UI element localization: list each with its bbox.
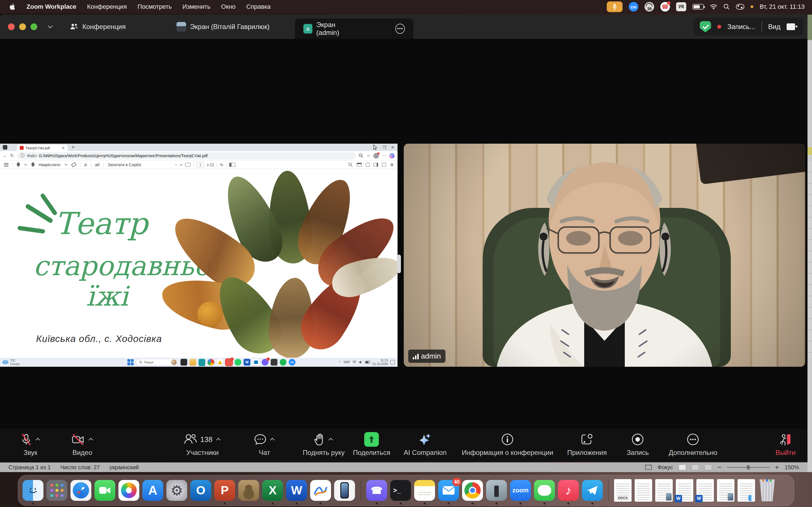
tab-conference[interactable]: Конференция [61, 15, 134, 39]
taskbar-spotify-icon[interactable] [280, 359, 287, 365]
tray-wifi-icon[interactable] [352, 360, 357, 364]
page-view-icon[interactable] [229, 163, 236, 167]
tab-screen-admin[interactable]: a Экран (admin) ••• [295, 18, 413, 39]
menu-view[interactable]: Посмотреть [138, 3, 172, 10]
tray-language[interactable]: УКР [343, 360, 350, 364]
view-layout-icon[interactable] [786, 23, 795, 30]
taskbar-calculator-icon[interactable] [271, 359, 277, 365]
dock-recent-document[interactable]: W [676, 479, 693, 502]
browser-more-icon[interactable]: ⋯ [382, 153, 386, 158]
tab-actions-icon[interactable] [3, 145, 7, 150]
tab-options-icon[interactable]: ••• [395, 24, 405, 34]
dock-freeform[interactable] [310, 480, 331, 501]
zoom-out-icon[interactable]: − [175, 163, 177, 167]
taskbar-drive-icon[interactable] [216, 359, 223, 365]
chat-chevron[interactable] [270, 438, 275, 441]
dock-viber[interactable]: ☎ [366, 480, 387, 501]
taskbar-explorer-icon[interactable] [190, 359, 196, 365]
dock-mail[interactable]: 40 [438, 480, 459, 501]
keyboard-layout-indicator[interactable]: УК [676, 2, 686, 11]
dock-notes[interactable] [414, 480, 435, 501]
taskbar-word-icon[interactable]: W [244, 359, 250, 365]
dock-iphone-mirroring[interactable] [334, 480, 355, 501]
pdf-settings-icon[interactable]: ⚙ [390, 163, 394, 167]
fit-width-icon[interactable] [185, 163, 191, 167]
word-zoom-in[interactable]: + [775, 463, 779, 471]
draw-label[interactable]: Накреслити [39, 163, 60, 167]
word-zoom-slider[interactable] [727, 467, 769, 468]
taskbar-zoom-icon[interactable]: zm [289, 359, 296, 365]
video-options-chevron[interactable] [88, 438, 93, 441]
word-language[interactable]: украинский [109, 464, 139, 471]
record-button[interactable]: Запись [627, 431, 649, 457]
panel-resize-handle[interactable] [397, 255, 401, 273]
toc-icon[interactable] [4, 163, 8, 166]
zoom-in-icon[interactable]: + [180, 163, 182, 167]
zoom-page-icon[interactable] [359, 153, 364, 158]
tray-notifications-icon[interactable] [390, 360, 395, 364]
tray-chevron-icon[interactable]: ⌃ [339, 360, 341, 364]
taskbar-board-icon[interactable] [253, 359, 259, 365]
control-center-icon[interactable] [736, 4, 744, 10]
dock-safari[interactable] [70, 480, 91, 501]
word-view-readmode-icon[interactable] [679, 464, 686, 470]
copilot-icon[interactable] [389, 153, 395, 159]
dock-chrome[interactable] [462, 480, 483, 501]
word-zoom-out[interactable]: − [718, 463, 721, 471]
battery-icon[interactable] [693, 4, 704, 10]
save-icon[interactable] [366, 163, 370, 167]
menubar-clock[interactable]: Вт, 21 окт. 11:13 [760, 3, 805, 10]
dock-music[interactable]: ♪ [558, 480, 579, 501]
highlighter-icon[interactable] [17, 163, 20, 167]
camera-app-icon[interactable]: 38 [645, 2, 654, 11]
draw-dropdown-icon[interactable] [64, 164, 68, 166]
dock-recent-document[interactable]: W [696, 479, 714, 502]
word-view-print-icon[interactable] [692, 464, 699, 470]
meeting-info-button[interactable]: Информация о конференции [462, 431, 553, 457]
apps-button[interactable]: Приложения [567, 431, 607, 457]
zoom-menubar-icon[interactable]: zm [629, 2, 638, 11]
audio-options-chevron[interactable] [35, 438, 40, 441]
taskbar-search[interactable]: Пошук [136, 359, 178, 365]
dock-launchpad[interactable] [47, 480, 67, 501]
dock-outlook[interactable]: O [190, 480, 211, 501]
windows-start-button[interactable] [128, 359, 134, 365]
dock-excel[interactable]: X [262, 480, 283, 501]
tab-screen-vitaliy[interactable]: Экран (Віталій Гаврилюк) [168, 15, 278, 39]
word-wordcount[interactable]: Число слов: 27 [60, 464, 100, 471]
page-info-icon[interactable]: ⓘ [20, 153, 24, 159]
dock-telegram[interactable] [582, 480, 603, 501]
apple-icon[interactable] [10, 3, 16, 10]
dock-recent-document[interactable] [738, 479, 755, 502]
dock-appstore[interactable]: A [142, 480, 163, 501]
dock-settings[interactable]: ⚙ [166, 480, 187, 501]
ai-companion-button[interactable]: AI Companion [404, 431, 447, 457]
print-icon[interactable] [357, 163, 362, 167]
new-tab-button[interactable]: + [71, 145, 75, 151]
menu-help[interactable]: Справка [246, 3, 270, 10]
dock-recent-document[interactable] [635, 479, 652, 502]
taskbar-chrome-icon[interactable] [207, 359, 214, 365]
word-zoom-level[interactable]: 150% [784, 464, 799, 471]
browser-tab[interactable]: ТеатрСтїжі.pdf ✕ [17, 145, 68, 151]
window-chevron-icon[interactable] [47, 25, 53, 29]
dock-trash[interactable] [758, 480, 776, 501]
participants-button[interactable]: 138 Участники [184, 431, 221, 457]
word-page-indicator[interactable]: Страница 1 из 1 [8, 464, 51, 471]
restore-window-icon[interactable]: ❐ [383, 145, 386, 150]
viber-menubar-icon[interactable]: ☎ [660, 2, 670, 11]
fullscreen-window-button[interactable] [31, 23, 37, 30]
taskbar-phone-icon[interactable] [199, 359, 205, 365]
close-window-button[interactable] [8, 23, 15, 30]
taskbar-viber-icon[interactable] [262, 359, 268, 365]
back-icon[interactable]: ← [3, 153, 7, 158]
tray-clock[interactable]: 11:1321.10.2025 [372, 358, 388, 366]
dock-messages[interactable] [534, 480, 555, 501]
recording-label[interactable]: Запись... [727, 23, 755, 31]
page-number-input[interactable]: 1 [197, 162, 204, 168]
dock-recent-document[interactable] [717, 479, 734, 502]
eraser-icon[interactable] [71, 162, 77, 167]
browser-profile-avatar[interactable] [373, 153, 379, 159]
expand-icon[interactable] [382, 163, 386, 167]
leave-button[interactable]: Выйти [775, 431, 795, 457]
